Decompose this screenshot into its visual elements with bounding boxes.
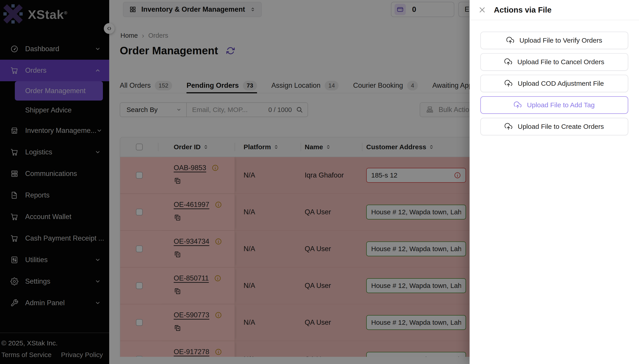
upload-create-orders-button[interactable]: Upload File to Create Orders	[480, 118, 628, 135]
cloud-upload-icon	[505, 80, 512, 87]
actions-via-file-drawer: Actions via File Upload File to Verify O…	[470, 0, 639, 364]
close-icon[interactable]	[478, 6, 486, 14]
drawer-header: Actions via File	[470, 0, 639, 20]
upload-cod-adjustment-button[interactable]: Upload COD Adjustment File	[480, 75, 628, 92]
upload-add-tag-button[interactable]: Upload File to Add Tag	[480, 96, 628, 114]
app-screen: XStak® Dashboard Orders Order Management…	[0, 0, 639, 364]
button-label: Upload File to Verify Orders	[519, 36, 602, 44]
button-label: Upload File to Add Tag	[527, 101, 594, 109]
cloud-upload-icon	[504, 58, 512, 66]
button-label: Upload File to Cancel Orders	[517, 58, 604, 66]
upload-verify-orders-button[interactable]: Upload File to Verify Orders	[480, 32, 628, 49]
button-label: Upload COD Adjustment File	[518, 80, 604, 87]
cloud-upload-icon	[505, 123, 512, 130]
upload-cancel-orders-button[interactable]: Upload File to Cancel Orders	[480, 53, 628, 71]
cloud-upload-icon	[506, 36, 514, 44]
button-label: Upload File to Create Orders	[518, 123, 604, 130]
cloud-upload-icon	[514, 101, 522, 109]
drawer-title: Actions via File	[494, 6, 552, 14]
drawer-body: Upload File to Verify Orders Upload File…	[470, 20, 639, 135]
